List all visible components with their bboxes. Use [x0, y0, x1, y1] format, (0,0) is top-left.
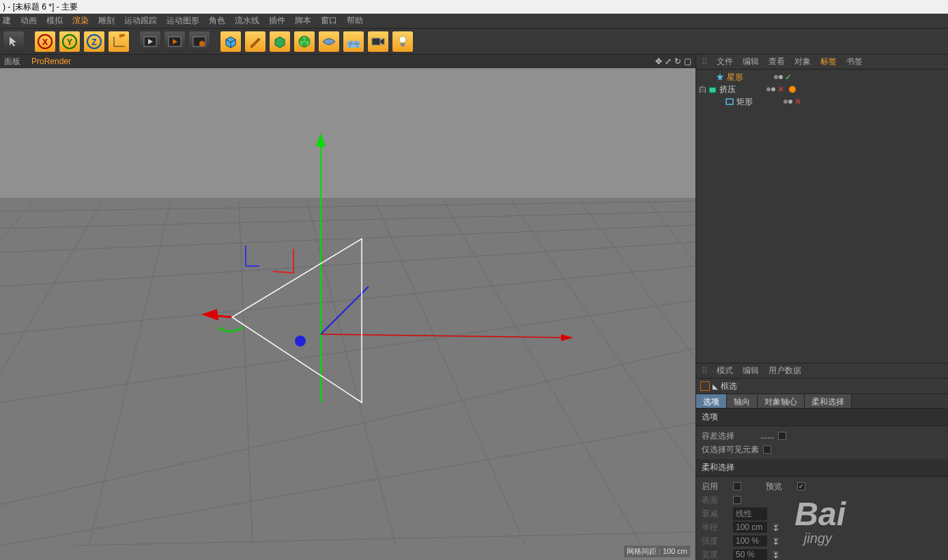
menu-item[interactable]: 建: [3, 15, 11, 27]
viewport-move-icon[interactable]: ✥: [655, 57, 662, 66]
visibility-x-icon[interactable]: ✕: [777, 85, 784, 94]
object-tree[interactable]: 星形 ✓ 白 挤压 ✕ 矩形 ✕: [696, 70, 948, 363]
tolerance-checkbox[interactable]: [778, 432, 786, 440]
objmgr-menu-item[interactable]: 文件: [717, 56, 733, 68]
menu-item[interactable]: 流水线: [235, 15, 259, 27]
falloff-dropdown[interactable]: 线性: [733, 507, 767, 520]
svg-line-37: [89, 201, 171, 546]
menu-item[interactable]: 窗口: [321, 15, 337, 27]
primitive-cube-button[interactable]: [220, 31, 242, 53]
deformer-button[interactable]: [293, 31, 315, 53]
attrmgr-menu-item[interactable]: 模式: [717, 365, 733, 377]
star-icon: [715, 72, 725, 82]
tab-options[interactable]: 选项: [696, 394, 727, 408]
panel-grip-icon[interactable]: ⠿: [702, 366, 707, 376]
menu-item[interactable]: 插件: [269, 15, 285, 27]
prop-visible-label: 仅选择可见元素: [702, 444, 759, 456]
objmgr-menu-item[interactable]: 书签: [846, 56, 863, 68]
panel-grip-icon[interactable]: ⠿: [702, 57, 707, 67]
visible-only-checkbox[interactable]: [763, 445, 771, 454]
render-region-button[interactable]: [164, 31, 186, 53]
axis-x-button[interactable]: X: [34, 31, 56, 53]
viewport-grid: [0, 68, 695, 546]
svg-rect-54: [726, 99, 733, 104]
environment-button[interactable]: [318, 31, 340, 53]
prop-enable-label: 启用: [702, 481, 729, 492]
prop-falloff-label: 衰减: [702, 508, 729, 520]
viewport-zoom-icon[interactable]: ⤢: [665, 57, 672, 66]
render-settings-button[interactable]: [188, 31, 210, 53]
menu-item[interactable]: 模拟: [46, 15, 63, 27]
enable-checkbox[interactable]: [733, 482, 741, 490]
svg-line-27: [0, 211, 695, 229]
viewport-panel-label[interactable]: 面板: [4, 56, 20, 68]
svg-point-16: [300, 38, 304, 42]
objmgr-menu-item[interactable]: 标签: [820, 56, 837, 68]
axis-z-button[interactable]: Z: [83, 31, 105, 53]
object-row-star[interactable]: 星形 ✓: [699, 71, 945, 83]
rectangle-select-icon: [700, 381, 710, 391]
visibility-x-icon[interactable]: ✕: [794, 97, 801, 106]
rectangle-icon: [725, 97, 734, 106]
prop-width-label: 宽度: [702, 549, 729, 561]
window-title: ) - [未标题 6 *] - 主要: [0, 0, 948, 14]
object-name[interactable]: 挤压: [719, 84, 760, 95]
spinner-icon[interactable]: ▴▾: [773, 523, 779, 531]
menu-item[interactable]: 动画: [20, 15, 37, 27]
tab-softsel[interactable]: 柔和选择: [805, 394, 852, 408]
viewport-layout-icon[interactable]: ▢: [684, 57, 691, 66]
menu-item[interactable]: 脚本: [295, 15, 311, 27]
width-input[interactable]: 50 %: [733, 549, 767, 560]
object-name[interactable]: 星形: [727, 72, 768, 83]
expand-toggle[interactable]: 白: [699, 84, 706, 95]
svg-line-33: [0, 423, 695, 546]
radius-input[interactable]: 100 cm: [733, 522, 767, 533]
svg-line-34: [68, 532, 695, 546]
object-row-extrude[interactable]: 白 挤压 ✕: [699, 83, 945, 95]
svg-point-14: [199, 41, 205, 46]
prop-preview-label: 预览: [766, 481, 793, 492]
cursor-tool-button[interactable]: [3, 31, 25, 53]
svg-line-30: [0, 266, 695, 334]
menu-item[interactable]: 运动跟踪: [124, 15, 157, 27]
phong-tag-icon[interactable]: [789, 86, 796, 93]
3d-viewport[interactable]: 网格间距 : 100 cm: [0, 68, 695, 560]
light-button[interactable]: [392, 31, 414, 53]
viewport-prorender-label[interactable]: ProRender: [31, 57, 71, 66]
menu-item[interactable]: 渲染: [72, 15, 89, 27]
viewport-header: 面板 ProRender ✥ ⤢ ↻ ▢: [0, 55, 695, 68]
spinner-icon[interactable]: ▴▾: [773, 550, 779, 559]
visibility-check-icon[interactable]: ✓: [785, 72, 792, 82]
svg-rect-6: [119, 34, 125, 38]
objmgr-menu-item[interactable]: 对象: [794, 56, 811, 68]
menu-item[interactable]: 帮助: [347, 15, 363, 27]
attr-tabs: 选项 轴向 对象轴心 柔和选择: [696, 394, 948, 409]
menu-item[interactable]: 雕刻: [98, 15, 115, 27]
objmgr-menu-item[interactable]: 查看: [769, 56, 785, 68]
coord-system-button[interactable]: [108, 31, 130, 53]
attrmgr-menu-item[interactable]: 编辑: [743, 365, 759, 377]
objmgr-menu-item[interactable]: 编辑: [743, 56, 759, 68]
strength-input[interactable]: 100 %: [733, 535, 767, 546]
svg-line-43: [580, 201, 695, 546]
object-row-rect[interactable]: 矩形 ✕: [699, 95, 945, 108]
preview-checkbox[interactable]: [797, 482, 805, 490]
tab-axis[interactable]: 轴向: [727, 394, 758, 408]
axis-y-button[interactable]: Y: [59, 31, 81, 53]
surface-checkbox[interactable]: [733, 496, 741, 504]
prop-tolerance-label: 容差选择: [702, 430, 756, 442]
viewport-rotate-icon[interactable]: ↻: [674, 57, 681, 66]
camera-button[interactable]: [367, 31, 389, 53]
object-name[interactable]: 矩形: [736, 96, 777, 108]
menu-item[interactable]: 角色: [209, 15, 225, 27]
generator-button[interactable]: [269, 31, 291, 53]
attribute-manager: ⠿ 模式 编辑 用户数据 ◣ 框选 选项 轴向 对象轴心 柔和选择 选项 容差选…: [696, 363, 948, 560]
svg-line-35: [0, 201, 34, 546]
attrmgr-menu-item[interactable]: 用户数据: [769, 365, 801, 377]
floor-button[interactable]: [343, 31, 364, 53]
spinner-icon[interactable]: ▴▾: [773, 537, 779, 545]
tab-pivot[interactable]: 对象轴心: [758, 394, 805, 408]
render-view-button[interactable]: [139, 31, 161, 53]
spline-pen-button[interactable]: [244, 31, 266, 53]
menu-item[interactable]: 运动图形: [167, 15, 199, 27]
